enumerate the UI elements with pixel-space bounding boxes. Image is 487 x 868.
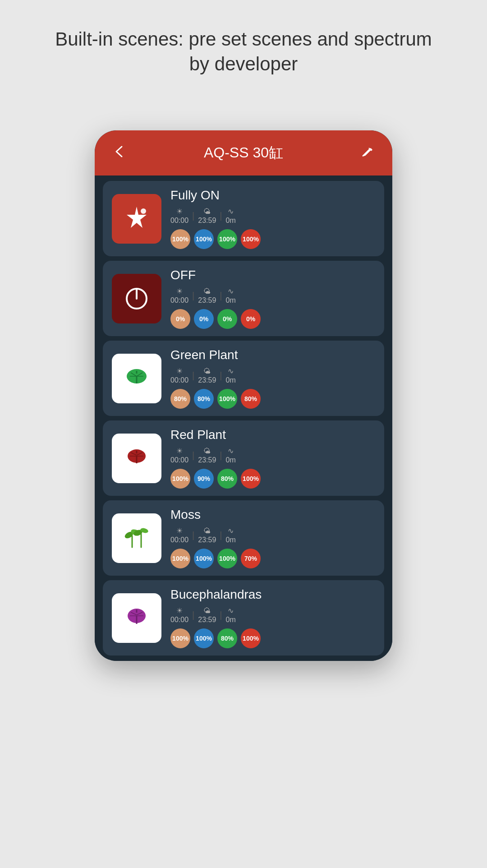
scene-info-red-plant: Red Plant ☀ 00:00 | 🌤 23:59 | [170, 428, 375, 489]
screen-title: AQ-SS 30缸 [204, 143, 283, 163]
dot-green: 0% [217, 309, 237, 329]
scene-item-off[interactable]: OFF ☀ 00:00 | 🌤 23:59 | [103, 261, 384, 336]
dot-blue: 100% [194, 229, 214, 249]
scene-info-fully-on: Fully ON ☀ 00:00 | 🌤 23:59 | [170, 188, 375, 249]
dot-warm: 100% [170, 469, 190, 489]
dot-blue: 0% [194, 309, 214, 329]
dot-warm: 100% [170, 549, 190, 568]
dot-red: 70% [241, 549, 261, 568]
dot-warm: 100% [170, 628, 190, 648]
dot-red: 100% [241, 628, 261, 648]
scene-name-fully-on: Fully ON [170, 188, 375, 203]
dot-blue: 80% [194, 389, 214, 409]
svg-point-0 [141, 208, 146, 214]
dot-warm: 80% [170, 389, 190, 409]
dot-red: 80% [241, 389, 261, 409]
dot-green: 100% [217, 229, 237, 249]
scene-icon-bucephalandras [112, 593, 161, 643]
scene-name-red-plant: Red Plant [170, 428, 375, 442]
dot-red: 0% [241, 309, 261, 329]
phone-container: AQ-SS 30缸 Fully ON [95, 130, 392, 661]
scene-info-moss: Moss ☀ 00:00 | 🌤 23:59 | [170, 508, 375, 568]
dot-blue: 90% [194, 469, 214, 489]
dot-green: 80% [217, 628, 237, 648]
scene-info-bucephalandras: Bucephalandras ☀ 00:00 | 🌤 23:59 | [170, 587, 375, 648]
dot-red: 100% [241, 469, 261, 489]
scene-icon-green-plant [112, 354, 161, 403]
scene-item-fully-on[interactable]: Fully ON ☀ 00:00 | 🌤 23:59 | [103, 181, 384, 256]
dot-green: 100% [217, 389, 237, 409]
scene-item-red-plant[interactable]: Red Plant ☀ 00:00 | 🌤 23:59 | [103, 420, 384, 496]
scene-icon-red-plant [112, 434, 161, 483]
scene-item-bucephalandras[interactable]: Bucephalandras ☀ 00:00 | 🌤 23:59 | [103, 580, 384, 656]
scene-icon-moss [112, 513, 161, 563]
scene-icon-off [112, 274, 161, 323]
header-description: Built-in scenes: pre set scenes and spec… [0, 27, 487, 76]
scene-name-green-plant: Green Plant [170, 348, 375, 362]
dot-warm: 0% [170, 309, 190, 329]
scene-info-off: OFF ☀ 00:00 | 🌤 23:59 | [170, 268, 375, 329]
app-header: AQ-SS 30缸 [95, 130, 392, 175]
scene-name-moss: Moss [170, 508, 375, 522]
scene-name-off: OFF [170, 268, 375, 282]
dot-green: 80% [217, 469, 237, 489]
scene-list: Fully ON ☀ 00:00 | 🌤 23:59 | [95, 175, 392, 661]
dot-blue: 100% [194, 628, 214, 648]
dot-green: 100% [217, 549, 237, 568]
dot-red: 100% [241, 229, 261, 249]
scene-name-bucephalandras: Bucephalandras [170, 587, 375, 602]
back-button[interactable] [113, 143, 126, 162]
scene-icon-fully-on [112, 194, 161, 244]
scene-info-green-plant: Green Plant ☀ 00:00 | 🌤 23:59 | [170, 348, 375, 409]
dot-blue: 100% [194, 549, 214, 568]
scene-item-green-plant[interactable]: Green Plant ☀ 00:00 | 🌤 23:59 | [103, 341, 384, 416]
scene-item-moss[interactable]: Moss ☀ 00:00 | 🌤 23:59 | [103, 500, 384, 576]
edit-button[interactable] [361, 145, 374, 161]
dot-warm: 100% [170, 229, 190, 249]
